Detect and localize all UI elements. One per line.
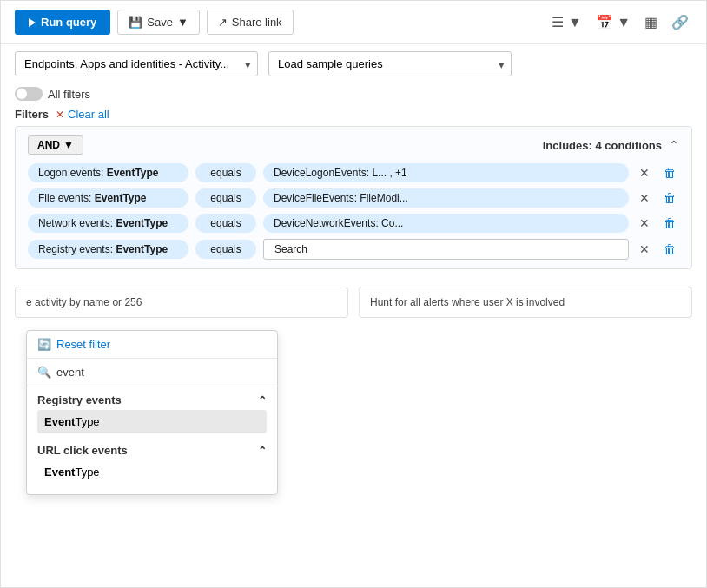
search-icon: 🔍	[37, 366, 51, 379]
value-tag-logon[interactable]: DeviceLogonEvents: L... , +1	[263, 163, 629, 182]
conditions-count: 4 conditions	[595, 139, 662, 152]
reset-filter-label: Reset filter	[56, 338, 110, 351]
filter-row-network: Network events: EventType equals DeviceN…	[28, 214, 679, 233]
clear-all-label: Clear all	[68, 108, 109, 121]
value-tag-file[interactable]: DeviceFileEvents: FileModi...	[263, 188, 629, 208]
registry-events-group: Registry events ⌃ EventType	[27, 386, 277, 437]
all-filters-toggle[interactable]	[15, 87, 43, 101]
reset-filter-row[interactable]: 🔄 Reset filter	[27, 331, 277, 359]
filter-block: AND ▼ Includes: 4 conditions ⌃ Logon eve…	[15, 126, 692, 269]
url-click-eventtype-item[interactable]: EventType	[37, 460, 267, 484]
toolbar: Run query 💾 Save ▼ ↗ Share link ☰ ▼ 📅 ▼ …	[1, 1, 706, 44]
filter-tag-network[interactable]: Network events: EventType	[28, 214, 188, 233]
link-icon-button[interactable]: 🔗	[668, 10, 692, 34]
main-container: Run query 💾 Save ▼ ↗ Share link ☰ ▼ 📅 ▼ …	[0, 0, 707, 588]
hint-card-1-text: e activity by name or 256	[26, 296, 142, 308]
delete-row-logon-button[interactable]: 🗑	[660, 164, 679, 182]
registry-events-group-header: Registry events ⌃	[37, 393, 267, 406]
save-label: Save	[147, 16, 173, 29]
hint-card-1[interactable]: e activity by name or 256	[15, 287, 348, 318]
search-row: 🔍	[27, 359, 277, 386]
dropdowns-row: Endpoints, Apps and identities - Activit…	[1, 44, 706, 83]
close-row-registry-button[interactable]: ✕	[636, 241, 653, 258]
source-dropdown-wrapper: Endpoints, Apps and identities - Activit…	[15, 51, 258, 76]
filters-header: Filters ✕ Clear all	[1, 108, 706, 126]
includes-label: Includes:	[543, 139, 592, 152]
filter-tag-logon[interactable]: Logon events: EventType	[28, 163, 188, 182]
toolbar-icons: ☰ ▼ 📅 ▼ ▦ 🔗	[548, 10, 692, 34]
url-click-events-group: URL click events ⌃ EventType	[27, 437, 277, 487]
calendar-icon-button[interactable]: 📅 ▼	[592, 10, 634, 34]
run-query-button[interactable]: Run query	[15, 10, 110, 35]
close-row-file-button[interactable]: ✕	[636, 189, 653, 207]
save-button[interactable]: 💾 Save ▼	[117, 10, 200, 35]
filter-tag-file[interactable]: File events: EventType	[28, 188, 188, 208]
equals-tag-logon[interactable]: equals	[195, 163, 256, 182]
hint-card-2-text: Hunt for all alerts where user X is invo…	[370, 296, 565, 308]
close-row-network-button[interactable]: ✕	[636, 215, 653, 232]
filter-row-file: File events: EventType equals DeviceFile…	[28, 188, 679, 208]
collapse-button[interactable]: ⌃	[669, 138, 679, 152]
hint-card-2[interactable]: Hunt for all alerts where user X is invo…	[359, 287, 692, 318]
sample-dropdown[interactable]: Load sample queries	[268, 51, 512, 76]
equals-tag-network[interactable]: equals	[195, 214, 256, 233]
panel-scroll[interactable]: Registry events ⌃ EventType URL click ev…	[27, 386, 277, 494]
chevron-down-icon: ▼	[177, 16, 188, 29]
registry-eventtype-item[interactable]: EventType	[37, 410, 267, 433]
play-icon	[29, 18, 36, 27]
dropdown-panel: 🔄 Reset filter 🔍 Registry events ⌃ Event…	[26, 330, 278, 495]
all-filters-label: All filters	[48, 88, 90, 101]
source-dropdown[interactable]: Endpoints, Apps and identities - Activit…	[15, 51, 258, 76]
and-operator-badge[interactable]: AND ▼	[28, 135, 83, 155]
url-click-chevron-up-icon[interactable]: ⌃	[258, 445, 267, 457]
filter-row-logon: Logon events: EventType equals DeviceLog…	[28, 163, 679, 182]
equals-tag-registry[interactable]: equals	[195, 240, 256, 259]
value-tag-network[interactable]: DeviceNetworkEvents: Co...	[263, 214, 629, 233]
url-click-events-header-label: URL click events	[37, 444, 128, 457]
filter-block-header: AND ▼ Includes: 4 conditions ⌃	[28, 135, 679, 155]
run-query-label: Run query	[41, 16, 96, 29]
clear-all-x-icon: ✕	[56, 109, 64, 121]
search-value-tag-registry[interactable]: Search	[263, 239, 629, 260]
sample-dropdown-wrapper: Load sample queries	[268, 51, 512, 76]
share-label: Share link	[232, 16, 282, 29]
share-icon: ↗	[218, 16, 228, 29]
filter-tag-registry[interactable]: Registry events: EventType	[28, 240, 188, 259]
delete-row-registry-button[interactable]: 🗑	[660, 241, 679, 258]
list-icon-button[interactable]: ☰ ▼	[548, 10, 585, 34]
grid-icon-button[interactable]: ▦	[641, 10, 661, 34]
share-link-button[interactable]: ↗ Share link	[207, 10, 294, 35]
and-label: AND	[37, 139, 60, 151]
url-click-events-group-header: URL click events ⌃	[37, 444, 267, 457]
filter-row-registry: Registry events: EventType equals Search…	[28, 239, 679, 260]
delete-row-network-button[interactable]: 🗑	[660, 215, 679, 232]
registry-chevron-up-icon[interactable]: ⌃	[258, 394, 267, 406]
search-input[interactable]	[56, 366, 267, 379]
equals-tag-file[interactable]: equals	[195, 188, 256, 208]
filters-title: Filters	[15, 108, 49, 121]
registry-events-header-label: Registry events	[37, 393, 122, 406]
close-row-logon-button[interactable]: ✕	[636, 164, 653, 182]
includes-text: Includes: 4 conditions	[543, 139, 662, 152]
reset-filter-icon: 🔄	[37, 338, 51, 351]
chevron-down-icon: ▼	[63, 139, 74, 151]
bottom-area: e activity by name or 256 Hunt for all a…	[1, 278, 706, 327]
save-icon: 💾	[129, 16, 142, 29]
clear-all-button[interactable]: ✕ Clear all	[56, 108, 109, 121]
delete-row-file-button[interactable]: 🗑	[660, 189, 679, 207]
all-filters-row: All filters	[1, 83, 706, 108]
